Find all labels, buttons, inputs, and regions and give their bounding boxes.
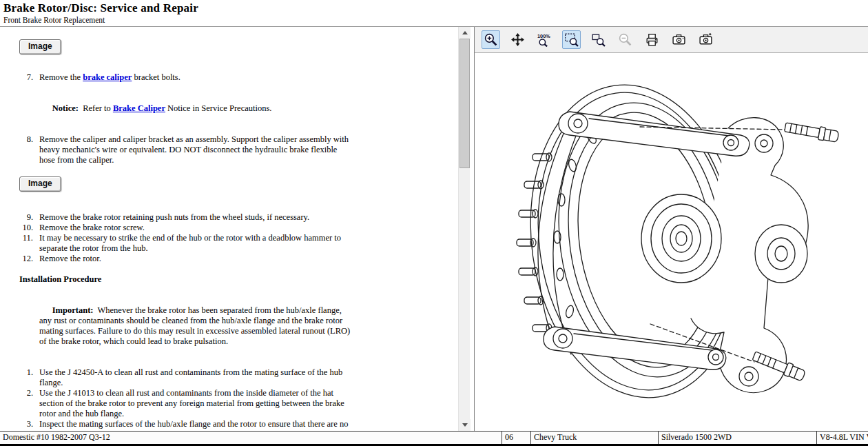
- step-number: 8.: [19, 134, 33, 165]
- step-text-post: bracket bolts.: [132, 72, 180, 82]
- print-icon: [645, 32, 659, 47]
- procedure-step-11: 11. It may be necessary to strike the en…: [19, 233, 455, 254]
- step-number: 7.: [19, 72, 33, 83]
- brake-assembly-diagram: [475, 54, 868, 431]
- procedure-step-8: 8. Remove the caliper and caliper bracke…: [19, 134, 455, 165]
- document-panel: Image 7. Remove the brake caliper bracke…: [0, 27, 475, 431]
- page-title: Brake Rotor/Disc: Service and Repair: [3, 1, 868, 15]
- pan-button[interactable]: [508, 30, 527, 49]
- notice-text-post: Notice in Service Precautions.: [165, 103, 271, 113]
- scroll-up-icon: [462, 31, 468, 34]
- installation-step-2: 2. Use the J 41013 to clean all rust and…: [19, 388, 455, 419]
- step-number: 1.: [19, 367, 33, 388]
- zoom-in-icon: [484, 32, 498, 47]
- scroll-thumb[interactable]: [459, 39, 470, 168]
- image-button-2[interactable]: Image: [19, 176, 61, 192]
- snapshot-settings-icon: [699, 32, 713, 47]
- zoom-100-button[interactable]: 100%: [535, 30, 554, 49]
- step-text: Remove the brake rotor retaining push nu…: [39, 212, 351, 223]
- step-number: 3.: [19, 419, 33, 431]
- notice-label: Notice:: [52, 103, 79, 113]
- brake-caliper-link[interactable]: brake caliper: [83, 72, 132, 82]
- installation-step-3: 3. Inspect the mating surfaces of the hu…: [19, 419, 455, 431]
- step-text: Remove the brake rotor screw.: [39, 223, 351, 233]
- status-engine: V8-4.8L VIN V: [816, 432, 868, 444]
- image-button-1[interactable]: Image: [19, 39, 61, 54]
- procedure-step-7: 7. Remove the brake caliper bracket bolt…: [19, 72, 455, 83]
- step-text: Use the J 42450-A to clean all rust and …: [39, 367, 351, 388]
- installation-step-1: 1. Use the J 42450-A to clean all rust a…: [19, 367, 455, 388]
- procedure-step-10: 10. Remove the brake rotor screw.: [19, 223, 455, 233]
- page-subtitle: Front Brake Rotor Replacement: [3, 16, 868, 24]
- procedure-step-9: 9. Remove the brake rotor retaining push…: [19, 212, 455, 223]
- installation-procedure-heading: Installation Procedure: [19, 274, 455, 285]
- scroll-up-button[interactable]: [459, 27, 471, 39]
- zoom-out-icon: [618, 32, 632, 47]
- step-text: Remove the rotor.: [39, 254, 351, 264]
- notice-paragraph: Notice: Refer to Brake Caliper Notice in…: [39, 93, 351, 124]
- print-button[interactable]: [643, 30, 661, 49]
- svg-text:100%: 100%: [537, 33, 550, 39]
- notice-text-pre: Refer to: [79, 103, 113, 113]
- step-text: Inspect the mating surfaces of the hub/a…: [39, 419, 351, 431]
- step-number: 9.: [19, 212, 33, 223]
- step-text: Use the J 41013 to clean all rust and co…: [39, 388, 351, 419]
- status-year: 06: [502, 432, 530, 444]
- drawing-area[interactable]: [475, 54, 868, 431]
- document-content: Image 7. Remove the brake caliper bracke…: [0, 27, 455, 431]
- scroll-down-icon: [462, 423, 468, 427]
- step-text: Remove the caliper and caliper bracket a…: [39, 134, 351, 165]
- procedure-step-12: 12. Remove the rotor.: [19, 254, 455, 264]
- zoom-fit-icon: [564, 32, 579, 47]
- important-label: Important:: [52, 305, 94, 315]
- brake-caliper-notice-link[interactable]: Brake Caliper: [113, 103, 165, 113]
- status-catalog: Domestic #10 1982-2007 Q3-12: [0, 432, 502, 444]
- zoom-window-button[interactable]: [589, 30, 608, 49]
- zoom-out-button[interactable]: [616, 30, 634, 49]
- document-scrollbar[interactable]: [458, 27, 470, 431]
- scroll-down-button[interactable]: [459, 419, 471, 431]
- snapshot-settings-button[interactable]: [696, 30, 715, 49]
- pan-icon: [510, 32, 525, 47]
- zoom-100-icon: 100%: [537, 32, 552, 47]
- zoom-in-button[interactable]: [482, 30, 500, 49]
- step-number: 11.: [19, 233, 33, 254]
- step-text-pre: Remove the: [39, 72, 83, 82]
- page-header: Brake Rotor/Disc: Service and Repair Fro…: [0, 0, 868, 27]
- step-number: 10.: [19, 223, 33, 233]
- step-text: Remove the brake caliper bracket bolts.: [39, 72, 351, 83]
- zoom-window-icon: [591, 32, 606, 47]
- step-number: 2.: [19, 388, 33, 419]
- status-bar: Domestic #10 1982-2007 Q3-12 06 Chevy Tr…: [0, 431, 868, 444]
- important-paragraph: Important: Whenever the brake rotor has …: [39, 295, 351, 357]
- step-text: It may be necessary to strike the end of…: [39, 233, 351, 254]
- snapshot-icon: [672, 32, 686, 47]
- status-model: Silverado 1500 2WD: [658, 432, 816, 444]
- step-number: 12.: [19, 254, 33, 264]
- snapshot-button[interactable]: [670, 30, 688, 49]
- status-make: Chevy Truck: [530, 432, 658, 444]
- graphic-panel: 100%: [475, 27, 868, 431]
- zoom-fit-button[interactable]: [562, 30, 581, 49]
- graphic-toolbar: 100%: [475, 27, 868, 53]
